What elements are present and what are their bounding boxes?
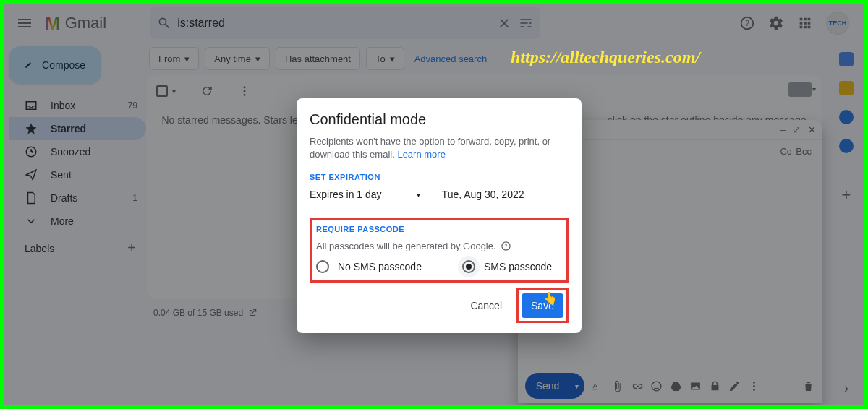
- expiration-date: Tue, Aug 30, 2022: [442, 189, 524, 200]
- save-highlight-box: Save: [516, 288, 569, 323]
- cancel-button[interactable]: Cancel: [463, 294, 509, 317]
- watermark-text: https://alltechqueries.com/: [511, 48, 700, 67]
- expiration-dropdown[interactable]: Expires in 1 day ▾: [310, 189, 420, 200]
- chevron-down-icon: ▾: [417, 191, 420, 199]
- require-passcode-heading: REQUIRE PASSCODE: [316, 225, 562, 233]
- expiration-row: Expires in 1 day ▾ Tue, Aug 30, 2022: [310, 189, 569, 205]
- dialog-actions: Cancel Save: [310, 288, 569, 323]
- no-sms-passcode-radio[interactable]: No SMS passcode: [316, 260, 422, 273]
- svg-text:?: ?: [504, 244, 507, 249]
- radio-unchecked-icon: [316, 260, 329, 273]
- dialog-title: Confidential mode: [310, 111, 569, 128]
- sms-passcode-radio[interactable]: SMS passcode: [462, 260, 552, 273]
- radio-checked-icon: [462, 260, 475, 273]
- confidential-mode-dialog: Confidential mode Recipients won't have …: [297, 98, 582, 333]
- dialog-description: Recipients won't have the option to forw…: [310, 135, 569, 161]
- passcode-highlight-box: REQUIRE PASSCODE All passcodes will be g…: [310, 218, 569, 283]
- passcode-subtext: All passcodes will be generated by Googl…: [316, 241, 562, 251]
- cursor-icon: 👆: [543, 291, 558, 305]
- set-expiration-heading: SET EXPIRATION: [310, 173, 569, 181]
- help-icon[interactable]: ?: [501, 241, 511, 251]
- learn-more-link[interactable]: Learn more: [397, 149, 445, 160]
